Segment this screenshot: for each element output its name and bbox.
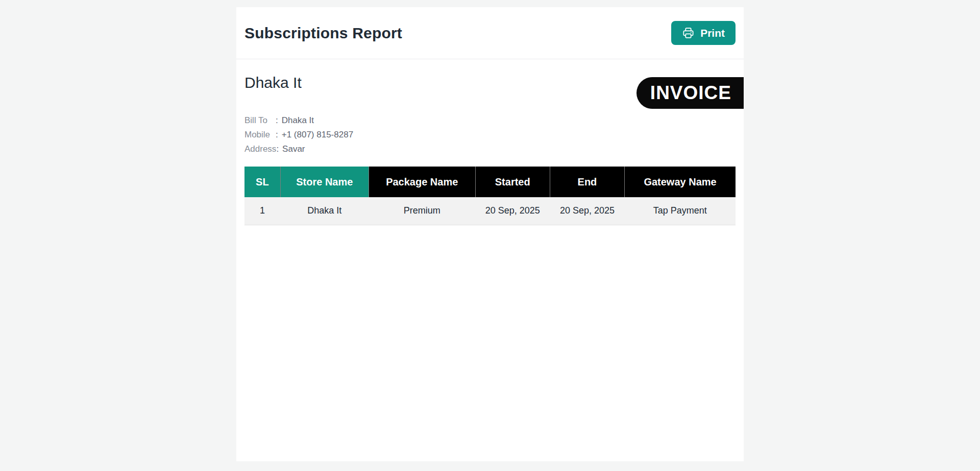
- column-header-store: Store Name: [280, 167, 369, 197]
- cell-package: Premium: [369, 197, 475, 225]
- column-header-package: Package Name: [369, 167, 475, 197]
- cell-end: 20 Sep, 2025: [550, 197, 624, 225]
- bill-to-label: Bill To: [244, 113, 276, 128]
- address-line: Address:Savar: [244, 142, 736, 156]
- address-value: Savar: [282, 144, 305, 154]
- cell-store: Dhaka It: [280, 197, 369, 225]
- report-card: Subscriptions Report Print Dhaka It INVO…: [236, 7, 744, 461]
- table-header-row: SL Store Name Package Name Started End G…: [244, 167, 736, 197]
- column-header-sl: SL: [244, 167, 280, 197]
- invoice-badge: INVOICE: [636, 77, 744, 109]
- mobile-label: Mobile: [244, 128, 276, 142]
- invoice-section: Dhaka It INVOICE Bill To:Dhaka It Mobile…: [236, 73, 744, 156]
- column-header-gateway: Gateway Name: [625, 167, 736, 197]
- subscriptions-table-wrap: SL Store Name Package Name Started End G…: [244, 167, 736, 225]
- cell-gateway: Tap Payment: [625, 197, 736, 225]
- card-header: Subscriptions Report Print: [236, 7, 744, 59]
- cell-sl: 1: [244, 197, 280, 225]
- cell-started: 20 Sep, 2025: [475, 197, 550, 225]
- bill-to-value: Dhaka It: [282, 115, 314, 125]
- address-colon: :: [276, 144, 279, 154]
- bill-to-line: Bill To:Dhaka It: [244, 113, 736, 128]
- invoice-badge-label: INVOICE: [650, 82, 731, 104]
- bill-block: Bill To:Dhaka It Mobile:+1 (807) 815-828…: [244, 113, 736, 156]
- subscriptions-table: SL Store Name Package Name Started End G…: [244, 167, 736, 225]
- column-header-end: End: [550, 167, 624, 197]
- print-button-label: Print: [700, 27, 725, 39]
- page-title: Subscriptions Report: [244, 25, 402, 42]
- address-label: Address: [244, 142, 276, 156]
- printer-icon: [682, 27, 695, 39]
- table-row: 1 Dhaka It Premium 20 Sep, 2025 20 Sep, …: [244, 197, 736, 225]
- mobile-value: +1 (807) 815-8287: [282, 130, 353, 139]
- print-button[interactable]: Print: [671, 21, 736, 45]
- mobile-colon: :: [276, 130, 278, 139]
- mobile-line: Mobile:+1 (807) 815-8287: [244, 128, 736, 142]
- bill-to-colon: :: [276, 115, 278, 125]
- column-header-started: Started: [475, 167, 550, 197]
